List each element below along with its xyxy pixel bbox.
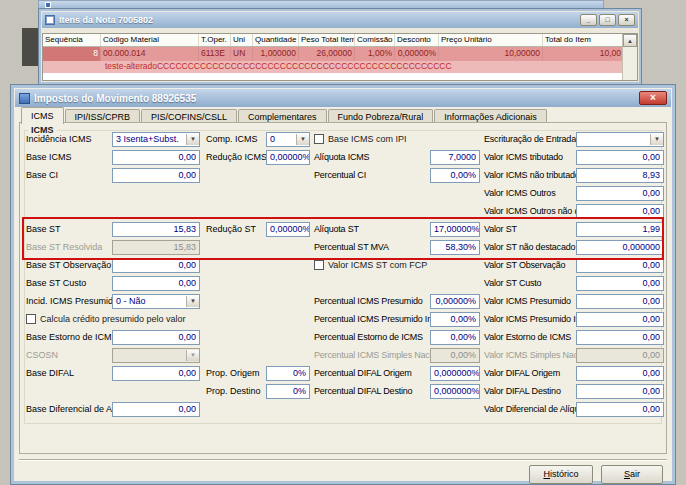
reducao-st-label: Redução ST: [206, 224, 266, 234]
percentual-ci-input[interactable]: 0,00%: [430, 168, 480, 183]
valor-st-nao-destacado-input[interactable]: 0,000000: [576, 240, 664, 255]
valor-icms-tributado-input[interactable]: 0,00: [576, 150, 664, 165]
item-description[interactable]: teste-alteradoCCCCCCCCCCCCCCCCCCCCCCCCCC…: [43, 61, 637, 73]
dialog-title: Impostos do Movimento 88926535: [34, 93, 196, 104]
valor-icms-outros-input[interactable]: 0,00: [576, 186, 664, 201]
escrituracao-entrada-combobox[interactable]: ▼: [576, 132, 664, 147]
column-header-uni[interactable]: Uni: [231, 34, 253, 46]
incidencia-icms-value: 3 Isenta+Subst.: [116, 134, 179, 145]
valor-difal-origem-input[interactable]: 0,00: [576, 366, 664, 381]
csosn-combobox: ▼: [112, 348, 200, 363]
comp-icms-value: 0: [270, 134, 275, 145]
aliquota-st-input[interactable]: 17,00000%: [430, 222, 480, 237]
calcula-credito-presumido-label: Calcula crédito presumido pelo valor: [40, 314, 186, 324]
percentual-estorno-icms-label: Percentual Estorno de ICMS: [314, 332, 432, 342]
base-icms-input[interactable]: 0,00: [112, 150, 200, 165]
column-header-sequencia[interactable]: Sequência: [43, 34, 101, 46]
reducao-st-input[interactable]: 0,00000%: [266, 222, 310, 237]
percentual-estorno-icms-input[interactable]: 0,00%: [430, 330, 480, 345]
valor-diferencial-aliquota-input[interactable]: 0,00: [576, 402, 664, 417]
calcula-credito-presumido-checkbox[interactable]: [26, 314, 36, 324]
percentual-icms-presumido-label: Percentual ICMS Presumido: [314, 296, 432, 306]
itens-window: Itens da Nota 7005802 _ □ × Sequência Có…: [38, 8, 642, 85]
minimize-button[interactable]: _: [580, 14, 597, 26]
aliquota-icms-label: Alíquota ICMS: [314, 152, 432, 162]
valor-estorno-icms-input[interactable]: 0,00: [576, 330, 664, 345]
valor-icms-outros-nao-dest-input[interactable]: 0,00: [576, 204, 664, 219]
prop-origem-input[interactable]: 0%: [266, 366, 310, 381]
dialog-close-button[interactable]: ×: [639, 91, 667, 105]
valor-icms-tributado-label: Valor ICMS tributado: [484, 152, 580, 162]
valor-difal-destino-input[interactable]: 0,00: [576, 384, 664, 399]
incid-icms-presumido-combobox[interactable]: 0 - Não ▼: [112, 294, 200, 309]
valor-st-custo-input[interactable]: 0,00: [576, 276, 664, 291]
vertical-scrollbar[interactable]: ▲: [622, 34, 637, 80]
base-difal-input[interactable]: 0,00: [112, 366, 200, 381]
chevron-down-icon: ▼: [186, 350, 199, 361]
base-estorno-icms-input[interactable]: 0,00: [112, 330, 200, 345]
column-header-comissao[interactable]: Comissão: [355, 34, 395, 46]
percentual-icms-presumido-imp-pr-input[interactable]: 0,00%: [430, 312, 480, 327]
items-grid: Sequência Código Material T.Oper. Uni Qu…: [42, 33, 638, 81]
scroll-up-button[interactable]: ▲: [623, 34, 637, 47]
column-header-quantidade[interactable]: Quantidade: [253, 34, 299, 46]
valor-icms-nao-tributado-input[interactable]: 8,93: [576, 168, 664, 183]
cell-quantidade: 1,000000: [253, 47, 299, 61]
base-st-observacao-input[interactable]: 0,00: [112, 258, 200, 273]
percentual-difal-destino-label: Percentual DIFAL Destino: [314, 386, 432, 396]
cell-comissao: 1,00%: [355, 47, 395, 61]
prop-destino-input[interactable]: 0%: [266, 384, 310, 399]
column-header-desconto[interactable]: Desconto: [395, 34, 439, 46]
itens-window-titlebar: Itens da Nota 7005802 _ □ ×: [42, 12, 638, 28]
base-diferencial-aliq-label: Base Diferencial de Alíq.: [26, 404, 110, 414]
percentual-icms-presumido-input[interactable]: 0,00000%: [430, 294, 480, 309]
valor-icms-simples-nacional-label: Valor ICMS Simples Nacional: [484, 350, 580, 360]
incid-icms-presumido-value: 0 - Não: [116, 296, 146, 307]
cell-uni: UN: [231, 47, 253, 61]
minimize-icon: _: [587, 16, 591, 23]
valor-st-input[interactable]: 1,99: [576, 222, 664, 237]
grid-header: Sequência Código Material T.Oper. Uni Qu…: [43, 34, 637, 47]
reducao-icms-input[interactable]: 0,00000%: [266, 150, 310, 165]
column-header-total-item[interactable]: Total do Item: [543, 34, 624, 46]
base-difal-label: Base DIFAL: [26, 368, 110, 378]
close-icon: ×: [650, 92, 656, 103]
valor-st-observacao-input[interactable]: 0,00: [576, 258, 664, 273]
historico-button[interactable]: Histórico: [529, 465, 593, 484]
csosn-label: CSOSN: [26, 350, 110, 360]
close-button[interactable]: ×: [618, 14, 635, 26]
valor-st-nao-destacado-label: Valor ST não destacado: [484, 242, 580, 252]
valor-icms-presumido-imp-pr-input[interactable]: 0,00: [576, 312, 664, 327]
column-header-toper[interactable]: T.Oper.: [199, 34, 231, 46]
sair-button[interactable]: Sair: [601, 465, 663, 484]
base-st-custo-input[interactable]: 0,00: [112, 276, 200, 291]
column-header-preco-unitario[interactable]: Preço Unitário: [439, 34, 543, 46]
percentual-st-mva-input[interactable]: 58,30%: [430, 240, 480, 255]
column-header-peso-total[interactable]: Peso Total Item: [299, 34, 355, 46]
comp-icms-combobox[interactable]: 0 ▼: [266, 132, 310, 147]
cell-preco-unitario: 10,00000: [439, 47, 543, 61]
dialog-icon: [19, 93, 30, 104]
base-ci-input[interactable]: 0,00: [112, 168, 200, 183]
incidencia-icms-combobox[interactable]: 3 Isenta+Subst. ▼: [112, 132, 200, 147]
tab-icms[interactable]: ICMS: [21, 107, 64, 124]
incidencia-icms-label: Incidência ICMS: [26, 134, 110, 144]
valor-icms-st-com-fcp-checkbox[interactable]: [314, 260, 324, 270]
column-header-codigo-material[interactable]: Código Material: [101, 34, 199, 46]
percentual-difal-origem-input[interactable]: 0,000000%: [430, 366, 480, 381]
escrituracao-entrada-label: Escrituração de Entrada: [484, 134, 580, 144]
maximize-button[interactable]: □: [599, 14, 616, 26]
table-row[interactable]: 8 00.000.014 6113E UN 1,000000 26,00000 …: [43, 47, 637, 61]
aliquota-icms-input[interactable]: 7,0000: [430, 150, 480, 165]
button-separator: [19, 459, 667, 461]
valor-icms-simples-nacional-input: 0,00: [576, 348, 664, 363]
percentual-icms-simples-nacional-input: 0,00%: [430, 348, 480, 363]
valor-st-custo-label: Valor ST Custo: [484, 278, 580, 288]
percentual-difal-destino-input[interactable]: 0,000000%: [430, 384, 480, 399]
base-icms-com-ipi-checkbox[interactable]: [314, 134, 324, 144]
valor-icms-presumido-input[interactable]: 0,00: [576, 294, 664, 309]
base-diferencial-aliq-input[interactable]: 0,00: [112, 402, 200, 417]
valor-icms-nao-tributado-label: Valor ICMS não tributado: [484, 170, 580, 180]
base-st-input[interactable]: 15,83: [112, 222, 200, 237]
icms-tab-panel: ICMS Incidência ICMS 3 Isenta+Subst. ▼ C…: [19, 122, 667, 454]
